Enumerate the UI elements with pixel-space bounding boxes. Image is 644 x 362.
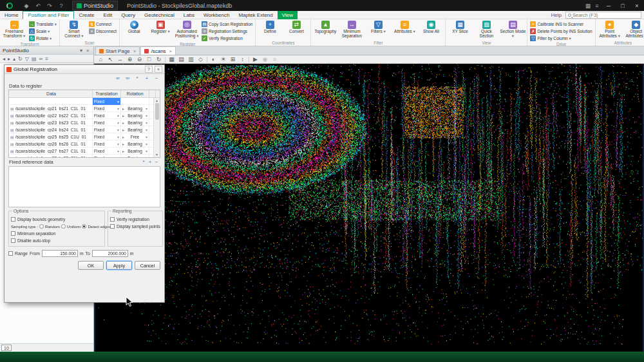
cancel-button[interactable]: Cancel <box>135 261 160 270</box>
minimize-button[interactable]: ─ <box>601 0 616 11</box>
automated-positioning-button[interactable]: ◎ Automated Positioning <box>174 20 200 38</box>
fixed-reference-list[interactable] <box>8 166 160 207</box>
disable-auto-stop-checkbox[interactable] <box>11 238 15 243</box>
snapshot-icon[interactable]: ◉ <box>261 55 269 63</box>
table-filter-row[interactable]: Fixed <box>9 98 160 105</box>
table-row[interactable]: ▤/scans/stockpile_cp27_bs27_C1L_01 Fixed… <box>9 148 160 155</box>
add-data-icon[interactable]: + <box>144 75 150 81</box>
ok-button[interactable]: OK <box>78 261 104 270</box>
up-icon[interactable]: ▴ <box>13 56 15 62</box>
table-row[interactable]: ▤/scans/stockpile_cp26_bs26_C1L_01 Fixed… <box>9 140 160 148</box>
rotation-dropdown[interactable]: Bearing <box>121 126 149 133</box>
filter-by-column-button[interactable]: ▽ Filter by Column <box>529 35 593 41</box>
minimum-separation-checkbox[interactable] <box>11 231 15 236</box>
select-icon[interactable]: ↖ <box>107 55 114 63</box>
range-to-input[interactable] <box>92 250 128 257</box>
attributes-filter-button[interactable]: ≡ Attributes <box>392 20 417 33</box>
search-box[interactable] <box>565 12 641 19</box>
save-icon[interactable]: ◆ <box>22 3 31 9</box>
translation-dropdown[interactable]: Fixed <box>93 112 121 119</box>
home-view-icon[interactable]: ⌂ <box>97 55 104 63</box>
views-icon[interactable]: ▤ <box>32 56 37 62</box>
point-cloud-canvas[interactable] <box>95 64 643 352</box>
rotation-dropdown[interactable]: Bearing <box>121 105 149 112</box>
scroll-down-icon[interactable]: ▼ <box>155 152 158 157</box>
delete-points-ins-button[interactable]: ✗ Delete Points by INS Solution <box>529 28 593 34</box>
smart-connect-button[interactable]: ↯ Smart Connect <box>61 20 87 38</box>
tab-start-page[interactable]: Start Page × <box>95 46 140 55</box>
pan-icon[interactable]: ↔ <box>117 55 124 63</box>
viewport-3d[interactable] <box>94 64 644 352</box>
global-button[interactable]: ● Global <box>121 20 147 33</box>
verify-registration-button[interactable]: ✓ Verify Registration <box>200 35 254 41</box>
view-plan-icon[interactable]: ▦ <box>168 55 175 63</box>
link-icon[interactable]: ∞ <box>39 56 43 62</box>
dialog-help-button[interactable]: ? <box>145 66 153 73</box>
section-mode-button[interactable]: ▤ Section Mode <box>500 20 526 38</box>
rotation-dropdown[interactable]: Bearing <box>121 148 149 155</box>
register-button[interactable]: ▣ Register <box>147 20 173 33</box>
dock-menu-icon[interactable]: ▾ <box>78 48 84 53</box>
calibrate-ins-button[interactable]: + Calibrate INS to Scanner <box>529 21 593 27</box>
add-from-selection-icon[interactable]: * <box>134 75 140 81</box>
point-attributes-button[interactable]: ● Point Attributes <box>597 20 623 38</box>
detect-edges-radio[interactable] <box>82 224 86 229</box>
table-row[interactable]: ▤/scans/stockpile_cp25_bs25_C1U_01 Fixed… <box>9 133 160 140</box>
apply-button[interactable]: Apply <box>106 261 132 270</box>
table-row[interactable]: ▤/scans/stockpile_cp21_bs21_C1L_01 Fixed… <box>9 105 160 112</box>
measure-icon[interactable]: ↕ <box>239 55 246 63</box>
dialog-title-bar[interactable]: Global Registration ? × <box>5 65 164 74</box>
rotate-view-icon[interactable]: ↻ <box>155 55 162 63</box>
filters-button[interactable]: ▽ Filters <box>365 20 391 33</box>
shading-icon[interactable]: ◐ <box>210 55 217 63</box>
layout-icon[interactable]: ▦ <box>583 3 592 9</box>
translation-dropdown[interactable]: Fixed <box>93 148 121 155</box>
play-icon[interactable]: ▶ <box>252 55 259 63</box>
table-scrollbar[interactable]: ▲ ▼ <box>153 98 160 157</box>
menu-icon[interactable]: ≡ <box>45 56 48 62</box>
search-input[interactable] <box>573 12 639 18</box>
tab-position-and-filter[interactable]: Position and Filter <box>23 11 74 19</box>
xy-slice-button[interactable]: ▦ XY Slice <box>447 20 473 33</box>
tab-scans[interactable]: /scans × <box>140 46 176 55</box>
table-row[interactable]: ▤/scans/stockpile_cp23_bs23_C1L_01 Fixed… <box>9 119 160 126</box>
tab-geotechnical[interactable]: Geotechnical <box>140 11 179 19</box>
perspective-icon[interactable]: ◇ <box>197 55 204 63</box>
minimum-separation-button[interactable]: ↔ Minimum Separation <box>339 20 365 38</box>
panel-close-icon[interactable]: × <box>84 48 91 53</box>
translation-dropdown[interactable]: Fixed <box>93 155 121 158</box>
translate-button[interactable]: → Translate <box>28 21 58 27</box>
zoom-extents-icon[interactable]: □ <box>146 55 153 63</box>
range-checkbox[interactable] <box>8 251 13 256</box>
show-all-button[interactable]: ◉ Show All <box>418 20 444 33</box>
view-settings-icon[interactable]: ≡ <box>271 55 278 63</box>
translation-dropdown[interactable]: Fixed <box>93 133 121 140</box>
app-tab-pointstudio[interactable]: PointStudio <box>72 1 118 10</box>
undo-icon[interactable]: ↶ <box>33 3 43 9</box>
tab-home[interactable]: Home <box>0 11 23 19</box>
scrollbar-thumb[interactable] <box>155 103 159 120</box>
grid-icon[interactable]: ⊞ <box>229 55 236 63</box>
tab-labs[interactable]: Labs <box>179 11 199 19</box>
link-all-icon[interactable]: ∞ <box>124 75 131 81</box>
ref-add-icon[interactable]: + <box>147 159 153 165</box>
close-tab-icon[interactable]: × <box>169 48 173 54</box>
display-sampled-points-checkbox[interactable] <box>110 224 115 229</box>
tab-edit[interactable]: Edit <box>99 11 117 19</box>
define-button[interactable]: + Define <box>257 20 283 33</box>
tab-query[interactable]: Query <box>117 11 140 19</box>
table-row[interactable]: ▤/scans/stockpile_cp22_bs22_C1L_01 Fixed… <box>9 112 160 119</box>
copy-scan-registration-button[interactable]: ▤ Copy Scan Registration <box>200 21 254 27</box>
close-tab-icon[interactable]: × <box>133 48 137 54</box>
remove-data-icon[interactable]: − <box>153 75 160 81</box>
view-front-icon[interactable]: ▤ <box>178 55 185 63</box>
translation-filter-dropdown[interactable]: Fixed <box>93 98 121 105</box>
filter-icon[interactable]: ▽ <box>25 56 29 62</box>
translation-dropdown[interactable]: Fixed <box>93 119 121 126</box>
verify-registration-checkbox[interactable] <box>110 217 115 222</box>
zoom-in-icon[interactable]: ⊕ <box>126 55 133 63</box>
disconnect-button[interactable]: × Disconnect <box>88 28 118 34</box>
uniform-radio[interactable] <box>61 224 66 229</box>
close-button[interactable]: × <box>630 0 644 11</box>
rotation-dropdown[interactable]: Bearing <box>121 140 149 148</box>
